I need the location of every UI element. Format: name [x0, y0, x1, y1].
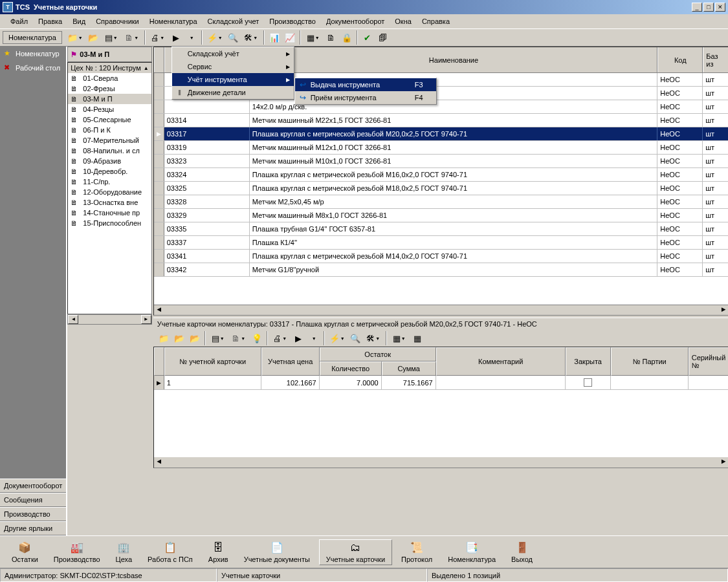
dt-bulb[interactable]: 💡	[250, 331, 264, 345]
menu-ref[interactable]: Справочники	[91, 16, 144, 27]
dcol-comment[interactable]: Комментарий	[436, 347, 566, 376]
grid-row[interactable]: 03335Плашка трубная G1/4'' ГОСТ 6357-81Н…	[154, 222, 728, 236]
dt-edit[interactable]: 📂	[172, 331, 186, 345]
tree-node[interactable]: 01-Сверла	[68, 73, 151, 83]
tb-extra-2[interactable]: 📈	[283, 30, 297, 45]
detail-row[interactable]: ▶ 1 102.1667 7.0000 715.1667	[154, 376, 728, 390]
maximize-button[interactable]: □	[703, 3, 714, 12]
filter-button[interactable]: ▼	[205, 30, 225, 45]
grid-row[interactable]: 03314Метчик машинный М22х1,5 ГОСТ 3266-8…	[154, 114, 728, 127]
menu-help[interactable]: Справка	[417, 16, 455, 27]
nav-item-desktop[interactable]: Рабочий стол	[0, 61, 66, 75]
tb-extra-3[interactable]: ▦▼	[303, 30, 323, 45]
dcol-batch[interactable]: № Партии	[611, 347, 689, 376]
menu-file[interactable]: Файл	[5, 16, 33, 27]
folder-remove-button[interactable]	[86, 30, 100, 45]
menu-part-movement[interactable]: ⦀Движение детали	[172, 86, 294, 99]
menu-service[interactable]: Сервис	[172, 60, 294, 73]
app-tab-Работа с ПСп[interactable]: 📋Работа с ПСп	[141, 540, 199, 565]
app-tab-Выход[interactable]: 🚪Выход	[505, 540, 539, 565]
dcol-cardno[interactable]: № учетной карточки	[164, 347, 261, 376]
app-tab-Архив[interactable]: 🗄Архив	[202, 540, 235, 565]
dt-filter[interactable]: ▼	[327, 331, 347, 345]
menu-stock[interactable]: Складской учет	[203, 16, 265, 27]
grid-row[interactable]: 03325Плашка круглая с метрической резьбо…	[154, 182, 728, 195]
menu-windows[interactable]: Окна	[390, 16, 417, 27]
tree-node[interactable]: 05-Слесарные	[68, 114, 151, 125]
dcol-serial[interactable]: Серийный №	[689, 347, 728, 376]
tree-node[interactable]: 04-Резцы	[68, 104, 151, 114]
grid-body[interactable]: НеОСштНеОСшт14х2.0 м/р д/скв.НеОСшт03314…	[154, 73, 728, 277]
tree-node[interactable]: 06-П и К	[68, 125, 151, 135]
grid-row[interactable]: 03328Метчик М2,5х0,45 м/рНеОСшт	[154, 195, 728, 209]
app-tab-Номенклатура[interactable]: 📑Номенклатура	[441, 540, 502, 565]
grid-row[interactable]: 14х2.0 м/р д/скв.НеОСшт	[154, 100, 728, 114]
grid-hscroll[interactable]: ◄►	[154, 305, 728, 315]
tree-node[interactable]: 10-Деревобр.	[68, 166, 151, 177]
close-button[interactable]: ✕	[715, 3, 725, 12]
grid-row[interactable]: ▶03317Плашка круглая с метрической резьб…	[154, 127, 728, 141]
app-tab-Остатки[interactable]: 📦Остатки	[5, 540, 45, 565]
dcol-rest[interactable]: Остаток	[320, 347, 436, 361]
tree-node[interactable]: 11-С/пр.	[68, 177, 151, 187]
tb-new-doc[interactable]: 🗎	[324, 30, 338, 45]
app-tab-Протокол[interactable]: 📜Протокол	[395, 540, 439, 565]
nav-tab-docflow[interactable]: Документооборот	[0, 479, 66, 493]
folder-add-button[interactable]: ▼	[65, 30, 85, 45]
app-tab-Производство[interactable]: 🏭Производство	[47, 540, 107, 565]
dt-doc[interactable]: ▼	[229, 331, 248, 345]
nav-item-nomenclature[interactable]: Номенклатур	[0, 47, 66, 61]
dt-ex1[interactable]: ▦▼	[390, 331, 409, 345]
closed-checkbox[interactable]	[584, 378, 592, 387]
tree-node[interactable]: 07-Мерительный	[68, 135, 151, 146]
grid-row[interactable]: 03342Метчик G1/8''ручнойНеОСшт	[154, 263, 728, 277]
nav-tab-production[interactable]: Производство	[0, 507, 66, 521]
menu-tool-accounting[interactable]: Учёт инструмента	[172, 73, 294, 86]
minimize-button[interactable]: _	[692, 3, 702, 12]
menu-docflow[interactable]: Документооборот	[321, 16, 390, 27]
tb-extra-4[interactable]: 🔒	[340, 30, 354, 45]
dt-run[interactable]	[291, 331, 305, 345]
col-code[interactable]: Код	[657, 47, 703, 72]
menu-prod[interactable]: Производство	[264, 16, 321, 27]
app-tab-Учетные карточки[interactable]: 🗂Учетные карточки	[319, 539, 392, 565]
apply-button[interactable]	[360, 30, 375, 45]
menu-stock-accounting[interactable]: Складской учёт	[172, 47, 294, 60]
grid-row[interactable]: 03323Метчик машинный М10х1,0 ГОСТ 3266-8…	[154, 155, 728, 168]
tree-hscroll[interactable]: ◄►	[67, 314, 151, 325]
tree-node[interactable]: 14-Станочные пр	[68, 208, 151, 218]
dt-run-drop[interactable]: ▼	[307, 331, 321, 345]
dt-print[interactable]: ▼	[270, 331, 290, 345]
menu-edit[interactable]: Правка	[33, 16, 67, 27]
print-button[interactable]: ▼	[148, 30, 168, 45]
tools-button[interactable]: ▼	[241, 30, 261, 45]
col-unit[interactable]: Баз из	[703, 47, 728, 72]
props-button[interactable]: ▤▼	[102, 30, 121, 45]
find-button[interactable]	[226, 30, 240, 45]
dt-add[interactable]	[157, 331, 171, 345]
dt-tools[interactable]: ▼	[364, 331, 383, 345]
dt-props[interactable]: ▤▼	[208, 331, 228, 345]
dcol-closed[interactable]: Закрыта	[566, 347, 611, 376]
app-tab-Цеха[interactable]: 🏢Цеха	[109, 540, 139, 565]
app-tab-Учетные документы[interactable]: 📄Учетные документы	[237, 540, 316, 565]
menu-view[interactable]: Вид	[67, 16, 91, 27]
grid-row[interactable]: 03319Метчик машинный М12х1,0 ГОСТ 3266-8…	[154, 141, 728, 155]
submenu-receive-tool[interactable]: ↪Приём инструментаF4	[295, 91, 436, 104]
nav-tab-messages[interactable]: Сообщения	[0, 493, 66, 507]
grid-row[interactable]: 03341Плашка круглая с метрической резьбо…	[154, 250, 728, 263]
tree-node[interactable]: 09-Абразив	[68, 156, 151, 166]
tree-node[interactable]: 13-Оснастка вне	[68, 197, 151, 208]
grid-row[interactable]: 03324Плашка круглая с метрической резьбо…	[154, 168, 728, 182]
tree-node[interactable]: 15-Приспособлен	[68, 218, 151, 228]
grid-row[interactable]: 03337Плашка К1/4''НеОСшт	[154, 236, 728, 250]
menu-nomen[interactable]: Номенклатура	[144, 16, 203, 27]
tb-extra-1[interactable]: 📊	[267, 30, 281, 45]
detail-grid-body[interactable]: ▶ 1 102.1667 7.0000 715.1667	[154, 376, 728, 457]
dt-del[interactable]	[188, 331, 202, 345]
dt-ex2[interactable]: ▦	[410, 331, 425, 345]
submenu-issue-tool[interactable]: ↩Выдача инструментаF3	[295, 78, 436, 91]
tb-extra-5[interactable]: 🗐	[376, 30, 390, 45]
tree-node[interactable]: 12-Оборудование	[68, 187, 151, 197]
dcol-price[interactable]: Учетная цена	[261, 347, 320, 376]
